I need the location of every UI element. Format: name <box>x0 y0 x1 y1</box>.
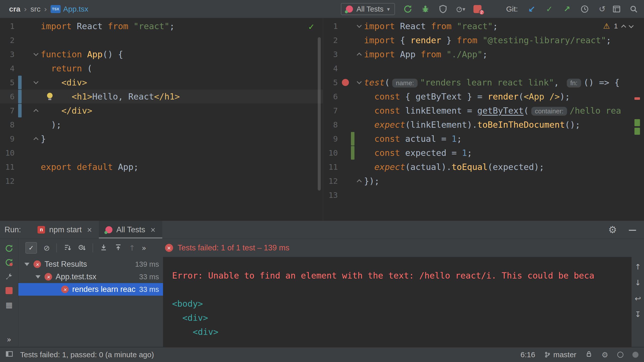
code-line[interactable]: 10 <box>0 146 323 160</box>
fold-marker-icon[interactable] <box>357 53 362 58</box>
restore-layout-icon[interactable]: ▦ <box>4 300 14 310</box>
sort-alphabetically-icon[interactable] <box>63 243 71 252</box>
git-push-icon[interactable]: ↗ <box>562 4 572 14</box>
console-line[interactable]: <div> <box>172 311 631 325</box>
intention-bulb-icon[interactable] <box>46 93 53 100</box>
test-tree-row[interactable]: ×App.test.tsx33 ms <box>18 270 163 283</box>
history-icon[interactable] <box>580 4 589 14</box>
close-tab-icon[interactable]: × <box>150 226 156 234</box>
code-line[interactable]: 9 const actual = 1; <box>323 132 644 146</box>
inspections-widget[interactable]: ⚠ 1 <box>603 22 633 30</box>
inspections-ok-icon[interactable]: ✓ <box>308 22 315 32</box>
profiler-button[interactable]: ▾ <box>456 4 465 14</box>
console-line[interactable]: <div> <box>172 325 631 339</box>
rerun-button[interactable] <box>403 4 413 14</box>
notification-circle-icon[interactable] <box>617 352 623 358</box>
console-line[interactable] <box>172 283 631 297</box>
code-line[interactable]: 5test(name:"renders learn react link", f… <box>323 75 644 89</box>
failed-test-gutter-icon[interactable] <box>342 79 349 86</box>
git-commit-icon[interactable]: ✓ <box>545 4 554 14</box>
rerun-tests-icon[interactable] <box>4 243 14 253</box>
show-ignored-toggle[interactable]: ⊘ <box>44 244 50 252</box>
fold-marker-icon[interactable] <box>357 79 362 84</box>
fold-marker-icon[interactable] <box>33 109 38 114</box>
more-toolbar-icon[interactable]: » <box>142 244 146 252</box>
code-line[interactable]: 7 const linkElement = getByText(containe… <box>323 104 644 118</box>
chevron-down-icon[interactable] <box>24 263 29 266</box>
scroll-down-icon[interactable]: ↓ <box>635 278 641 287</box>
run-with-coverage-button[interactable] <box>438 4 448 14</box>
code-line[interactable]: 7 </div> <box>0 104 323 118</box>
test-console-output[interactable]: Error: Unable to find an element with th… <box>163 257 631 347</box>
previous-failed-test-icon[interactable]: ↑ <box>129 244 135 252</box>
code-line[interactable]: 8 expect(linkElement).toBeInTheDocument(… <box>323 118 644 132</box>
code-line[interactable]: 12 <box>0 174 323 188</box>
show-passed-toggle[interactable]: ✓ <box>25 242 37 254</box>
tool-window-toggle-icon[interactable] <box>6 350 13 359</box>
code-line[interactable]: 3function App() { <box>0 47 323 61</box>
more-actions-icon[interactable]: » <box>7 335 11 344</box>
code-line[interactable]: 1import React from "react"; <box>0 19 323 33</box>
stop-icon[interactable] <box>4 286 14 296</box>
console-line[interactable]: Error: Unable to find an element with th… <box>172 268 631 283</box>
settings-wrench-icon[interactable] <box>4 272 14 282</box>
caret-position[interactable]: 6:16 <box>520 350 535 359</box>
layout-icon[interactable] <box>612 4 621 14</box>
code-line[interactable]: 5 <div> <box>0 75 323 89</box>
code-line[interactable]: 11 expect(actual).toEqual(expected); <box>323 160 644 174</box>
code-line[interactable]: 2 <box>0 33 323 47</box>
running-processes-indicator[interactable]: 2 <box>473 5 481 13</box>
run-tab-all-tests[interactable]: All Tests× <box>99 221 163 239</box>
code-line[interactable]: 6 const { getByText } = render(<App />); <box>323 89 644 104</box>
test-tree-row[interactable]: ×renders learn reac33 ms <box>18 283 163 296</box>
fold-marker-icon[interactable] <box>33 51 38 56</box>
scroll-to-end-icon[interactable]: ↧ <box>635 310 641 319</box>
code-line[interactable]: 1import React from "react"; <box>323 19 644 33</box>
rollback-icon[interactable]: ↺ <box>597 4 607 14</box>
next-problem-icon[interactable] <box>629 23 634 28</box>
settings-gear-icon[interactable]: ⚙ <box>608 224 617 235</box>
fold-marker-icon[interactable] <box>33 79 38 84</box>
status-message[interactable]: Tests failed: 1, passed: 0 (a minute ago… <box>20 350 154 359</box>
git-update-icon[interactable]: ↙ <box>527 4 537 14</box>
settings-indicator-icon[interactable]: ⚙ <box>601 350 608 359</box>
fold-marker-icon[interactable] <box>357 179 362 184</box>
close-tab-icon[interactable]: × <box>87 226 92 234</box>
chevron-down-icon[interactable] <box>35 275 41 279</box>
code-line[interactable]: 3import App from "./App"; <box>323 47 644 61</box>
code-line[interactable]: 4 <box>323 61 644 75</box>
search-everywhere-icon[interactable] <box>629 4 638 14</box>
fold-marker-icon[interactable] <box>33 137 38 142</box>
test-tree-row[interactable]: ×Test Results139 ms <box>18 258 163 270</box>
git-branch-widget[interactable]: master <box>544 350 576 359</box>
breadcrumb-project[interactable]: cra <box>9 5 20 13</box>
collapse-all-icon[interactable] <box>114 243 122 252</box>
soft-wrap-icon[interactable]: ↩ <box>635 294 641 303</box>
run-tab-npm-start[interactable]: nnpm start× <box>31 221 99 239</box>
lock-icon[interactable] <box>585 350 592 359</box>
code-line[interactable]: 2import { render } from "@testing-librar… <box>323 33 644 47</box>
code-line[interactable]: 9} <box>0 132 323 146</box>
code-line[interactable]: 12}); <box>323 174 644 188</box>
breadcrumb-folder[interactable]: src <box>30 5 41 13</box>
code-line[interactable]: 11export default App; <box>0 160 323 174</box>
console-line[interactable]: <body> <box>172 297 631 311</box>
scroll-up-icon[interactable]: ↑ <box>635 262 641 271</box>
fold-marker-icon[interactable] <box>357 23 362 28</box>
error-stripe-mark[interactable] <box>634 97 640 100</box>
rerun-failed-tests-icon[interactable] <box>4 257 14 267</box>
editor-app-test-tsx[interactable]: 1import React from "react";2import { ren… <box>323 18 644 220</box>
sort-by-duration-icon[interactable] <box>78 243 86 252</box>
code-line[interactable]: 13 <box>323 188 644 202</box>
run-configuration-selector[interactable]: All Tests ▾ <box>341 3 395 15</box>
debug-button[interactable] <box>421 4 430 14</box>
event-log-icon[interactable] <box>632 352 638 358</box>
code-line[interactable]: 10 const expected = 1; <box>323 146 644 160</box>
breadcrumb-file[interactable]: App.tsx <box>63 5 88 13</box>
code-line[interactable]: 4 return ( <box>0 61 323 75</box>
added-lines-stripe[interactable] <box>634 128 640 135</box>
previous-problem-icon[interactable] <box>621 25 626 30</box>
added-lines-stripe[interactable] <box>634 119 640 126</box>
hide-panel-icon[interactable]: — <box>628 225 636 235</box>
code-line[interactable]: 6 <h1>Hello, React</h1> <box>0 89 323 104</box>
